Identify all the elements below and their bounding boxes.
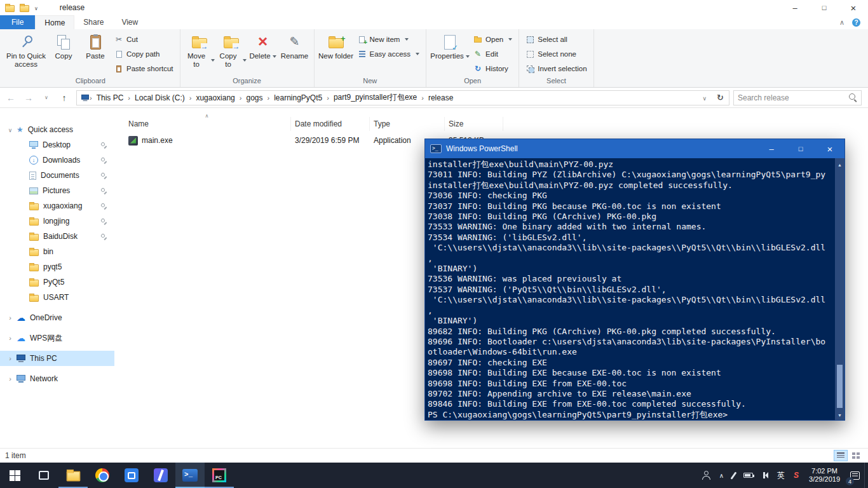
volume-button[interactable] <box>757 463 773 488</box>
tab-file[interactable]: File <box>0 15 35 29</box>
edit-button[interactable]: Edit <box>471 48 515 60</box>
pin-to-quick-access-button[interactable]: Pin to Quick access <box>5 31 47 69</box>
close-button[interactable] <box>839 0 868 15</box>
help-icon[interactable] <box>852 18 860 27</box>
collapse-ribbon-icon[interactable] <box>839 18 844 27</box>
breadcrumb-local-disk-c[interactable]: Local Disk (C:) <box>130 91 189 105</box>
pen-button[interactable] <box>728 463 739 488</box>
sidebar-item-pictures[interactable]: Pictures <box>0 183 114 198</box>
sogou-input-icon[interactable]: S <box>789 463 803 488</box>
breadcrumb-bar[interactable]: This PC Local Disk (C:) xugaoxiang gogs … <box>76 90 729 105</box>
breadcrumb-part9-pyinstaller[interactable]: part9_pyinstaller打包exe <box>329 91 421 105</box>
select-all-button[interactable]: Select all <box>523 33 589 46</box>
rename-button[interactable]: Rename <box>280 31 310 60</box>
taskbar-file-explorer[interactable] <box>58 463 88 488</box>
sidebar-item-baidudisk[interactable]: BaiduDisk <box>0 229 114 244</box>
breadcrumb-gogs[interactable]: gogs <box>241 91 267 105</box>
scroll-down-icon[interactable] <box>837 410 842 419</box>
tab-home[interactable]: Home <box>35 15 74 29</box>
ps-close-button[interactable] <box>815 139 844 158</box>
powershell-titlebar[interactable]: Windows PowerShell <box>425 139 844 158</box>
search-input[interactable] <box>738 93 849 102</box>
scrollbar-thumb[interactable] <box>837 365 843 408</box>
delete-button[interactable]: Delete <box>248 31 278 60</box>
sidebar-this-pc[interactable]: This PC <box>0 351 114 366</box>
easy-access-button[interactable]: Easy access <box>355 48 423 60</box>
task-view-button[interactable] <box>29 463 58 488</box>
start-button[interactable] <box>0 463 29 488</box>
large-icons-view-button[interactable] <box>849 450 863 461</box>
show-desktop-button[interactable] <box>864 463 868 488</box>
hidden-icons-button[interactable] <box>715 463 728 488</box>
chevron-right-icon[interactable] <box>6 314 14 322</box>
invert-selection-button[interactable]: Invert selection <box>523 62 589 75</box>
column-header-date-modified[interactable]: Date modified <box>291 117 370 131</box>
details-view-button[interactable] <box>834 450 848 461</box>
back-button[interactable] <box>3 90 19 105</box>
move-to-button[interactable]: Move to <box>184 31 215 69</box>
tab-view[interactable]: View <box>112 15 147 29</box>
action-center-button[interactable]: 4 <box>846 463 864 488</box>
copy-button[interactable]: Copy <box>48 31 79 60</box>
sidebar-item-pyqt5-upper[interactable]: PyQt5 <box>0 274 114 290</box>
taskbar-chrome[interactable] <box>88 463 117 488</box>
qat-customize-dropdown-icon[interactable] <box>34 3 38 12</box>
sidebar-item-usart[interactable]: USART <box>0 290 114 305</box>
column-header-name[interactable]: Name <box>125 117 291 131</box>
paste-shortcut-button[interactable]: Paste shortcut <box>112 62 176 75</box>
search-box[interactable] <box>733 90 862 105</box>
new-folder-button[interactable]: New folder <box>318 31 354 60</box>
chevron-down-icon[interactable] <box>6 126 14 133</box>
sidebar-network[interactable]: Network <box>0 371 114 386</box>
new-item-button[interactable]: New item <box>355 33 423 46</box>
breadcrumb-release[interactable]: release <box>424 91 458 105</box>
sidebar-quick-access[interactable]: Quick access <box>0 122 114 137</box>
history-button[interactable]: History <box>471 62 515 75</box>
ps-minimize-button[interactable] <box>757 139 786 158</box>
copy-path-button[interactable]: Copy path <box>112 48 176 60</box>
clock[interactable]: 7:02 PM 3/29/2019 <box>803 463 846 488</box>
taskbar-visual-studio[interactable] <box>146 463 175 488</box>
minimize-button[interactable] <box>780 0 810 15</box>
chevron-right-icon[interactable] <box>6 375 14 383</box>
qat-folder-icon[interactable] <box>20 5 29 12</box>
paste-button[interactable]: Paste <box>80 31 111 60</box>
sidebar-item-documents[interactable]: Documents <box>0 168 114 183</box>
taskbar-powershell[interactable] <box>175 463 205 488</box>
sidebar-item-downloads[interactable]: Downloads <box>0 152 114 168</box>
sidebar-item-longjing[interactable]: longjing <box>0 214 114 229</box>
taskbar-pycharm[interactable] <box>205 463 234 488</box>
column-header-size[interactable]: Size <box>445 117 503 131</box>
people-button[interactable] <box>697 463 715 488</box>
sidebar-wps-cloud[interactable]: WPS网盘 <box>0 330 114 346</box>
ps-maximize-button[interactable] <box>786 139 815 158</box>
cut-button[interactable]: Cut <box>112 33 176 46</box>
open-button[interactable]: Open <box>471 33 515 46</box>
ime-indicator[interactable]: 英 <box>773 463 789 488</box>
select-none-button[interactable]: Select none <box>523 48 589 60</box>
sidebar-item-pyqt5-lower[interactable]: pyqt5 <box>0 259 114 274</box>
properties-button[interactable]: Properties <box>430 31 470 60</box>
maximize-button[interactable] <box>810 0 839 15</box>
refresh-icon[interactable] <box>712 93 729 102</box>
breadcrumb-this-pc[interactable]: This PC <box>92 91 128 105</box>
sidebar-item-xugaoxiang[interactable]: xugaoxiang <box>0 198 114 214</box>
forward-button[interactable] <box>20 90 37 105</box>
tab-share[interactable]: Share <box>74 15 112 29</box>
sidebar-item-bin[interactable]: bin <box>0 244 114 259</box>
address-dropdown-icon[interactable] <box>698 93 712 102</box>
console-output[interactable]: installer打包exe\build\main\PYZ-00.pyz 730… <box>425 158 844 420</box>
chevron-right-icon[interactable] <box>6 355 14 362</box>
chevron-right-icon[interactable] <box>6 334 14 342</box>
sidebar-item-desktop[interactable]: Desktop <box>0 137 114 152</box>
scroll-up-icon[interactable] <box>837 159 842 168</box>
recent-locations-dropdown-icon[interactable] <box>38 90 55 105</box>
breadcrumb-xugaoxiang[interactable]: xugaoxiang <box>191 91 239 105</box>
sidebar-onedrive[interactable]: OneDrive <box>0 310 114 325</box>
column-header-type[interactable]: Type <box>370 117 445 131</box>
copy-to-button[interactable]: Copy to <box>216 31 247 69</box>
up-button[interactable] <box>56 90 72 105</box>
breadcrumb-learningpyqt5[interactable]: learningPyQt5 <box>269 91 327 105</box>
scrollbar[interactable] <box>835 158 844 420</box>
taskbar-blue-app[interactable] <box>117 463 146 488</box>
